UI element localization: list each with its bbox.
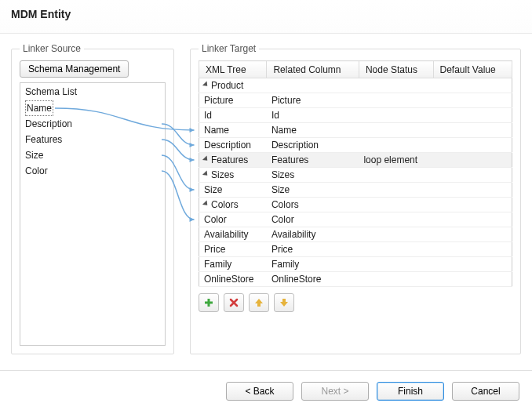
dialog-footer: < Back Next > Finish Cancel [0, 370, 532, 403]
expand-icon[interactable] [202, 200, 210, 207]
cell [359, 123, 433, 138]
tree-row[interactable]: SizeSize [199, 183, 512, 198]
cell: Description [267, 138, 359, 153]
tree-row[interactable]: FeaturesFeaturesloop element [199, 153, 512, 168]
column-header[interactable]: XML Tree [199, 61, 267, 78]
cell [359, 227, 433, 242]
tree-row[interactable]: ColorsColors [199, 198, 512, 212]
tree-row[interactable]: IdId [199, 108, 512, 123]
linker-source-group: Linker Source Schema Management Schema L… [11, 43, 174, 354]
dialog-header: MDM Entity [0, 0, 532, 34]
schema-list-title: Schema List [25, 86, 160, 97]
cell [433, 242, 512, 257]
tree-row[interactable]: Product [199, 78, 512, 93]
linker-target-group: Linker Target XML TreeRelated ColumnNode… [190, 43, 521, 354]
linker-source-legend: Linker Source [20, 43, 84, 54]
cell [433, 138, 512, 153]
tree-row[interactable]: PricePrice [199, 242, 512, 257]
expand-icon[interactable] [202, 81, 210, 88]
column-header[interactable]: Related Column [267, 61, 359, 78]
cell [359, 257, 433, 272]
cell [433, 227, 512, 242]
dialog-body: Linker Source Schema Management Schema L… [0, 34, 532, 354]
cell [359, 93, 433, 108]
cell [433, 108, 512, 123]
cell [433, 257, 512, 272]
cancel-button[interactable]: Cancel [452, 382, 519, 401]
xml-tree-table: XML TreeRelated ColumnNode StatusDefault… [199, 60, 512, 287]
expand-icon[interactable] [202, 170, 210, 177]
cell [359, 212, 433, 227]
cell: Family [267, 257, 359, 272]
cell [433, 123, 512, 138]
cell: Name [267, 123, 359, 138]
tree-row[interactable]: NameName [199, 123, 512, 138]
column-header[interactable]: Default Value [433, 61, 512, 78]
cell: Picture [267, 93, 359, 108]
row-toolbar [199, 293, 512, 312]
tree-row[interactable]: SizesSizes [199, 168, 512, 183]
schema-item-name[interactable]: Name [25, 100, 53, 116]
finish-button[interactable]: Finish [377, 382, 444, 401]
cell [359, 168, 433, 183]
cell: Size [267, 183, 359, 198]
cell [359, 138, 433, 153]
delete-row-button[interactable] [224, 293, 244, 312]
cell: Availability [267, 227, 359, 242]
tree-row[interactable]: FamilyFamily [199, 257, 512, 272]
cell: Sizes [267, 168, 359, 183]
schema-item-features[interactable]: Features [25, 132, 160, 147]
expand-icon[interactable] [202, 155, 210, 162]
move-down-button[interactable] [274, 293, 294, 312]
cell [359, 183, 433, 198]
cell: OnlineStore [267, 272, 359, 287]
tree-row[interactable]: DescriptionDescription [199, 138, 512, 153]
tree-row[interactable]: ColorColor [199, 212, 512, 227]
linker-target-legend: Linker Target [199, 43, 259, 54]
cell [267, 78, 359, 93]
cell [433, 168, 512, 183]
cell [359, 272, 433, 287]
plus-icon [203, 297, 214, 308]
cell [433, 93, 512, 108]
delete-icon [228, 297, 239, 308]
cell [359, 108, 433, 123]
cell: Color [267, 212, 359, 227]
page-title: MDM Entity [11, 8, 521, 20]
cell: loop element [359, 153, 433, 168]
schema-item-description[interactable]: Description [25, 116, 160, 132]
arrow-up-icon [253, 297, 264, 308]
cell [433, 272, 512, 287]
cell: Price [267, 242, 359, 257]
cell [359, 78, 433, 93]
tree-row[interactable]: AvailabilityAvailability [199, 227, 512, 242]
cell [359, 198, 433, 212]
tree-row[interactable]: OnlineStoreOnlineStore [199, 272, 512, 287]
cell [359, 242, 433, 257]
svg-rect-1 [205, 302, 213, 304]
schema-list-box: Schema List NameDescriptionFeaturesSizeC… [20, 82, 166, 346]
cell [433, 78, 512, 93]
schema-item-size[interactable]: Size [25, 147, 160, 163]
next-button: Next > [301, 382, 369, 401]
schema-management-button[interactable]: Schema Management [20, 60, 129, 78]
back-button[interactable]: < Back [226, 382, 293, 401]
add-row-button[interactable] [199, 293, 219, 312]
column-header[interactable]: Node Status [359, 61, 433, 78]
cell [433, 183, 512, 198]
cell [433, 212, 512, 227]
cell [433, 153, 512, 168]
cell: Id [267, 108, 359, 123]
cell: Features [267, 153, 359, 168]
cell: Colors [267, 198, 359, 212]
tree-row[interactable]: PicturePicture [199, 93, 512, 108]
schema-item-color[interactable]: Color [25, 163, 160, 179]
move-up-button[interactable] [249, 293, 269, 312]
cell [433, 198, 512, 212]
arrow-down-icon [279, 297, 290, 308]
